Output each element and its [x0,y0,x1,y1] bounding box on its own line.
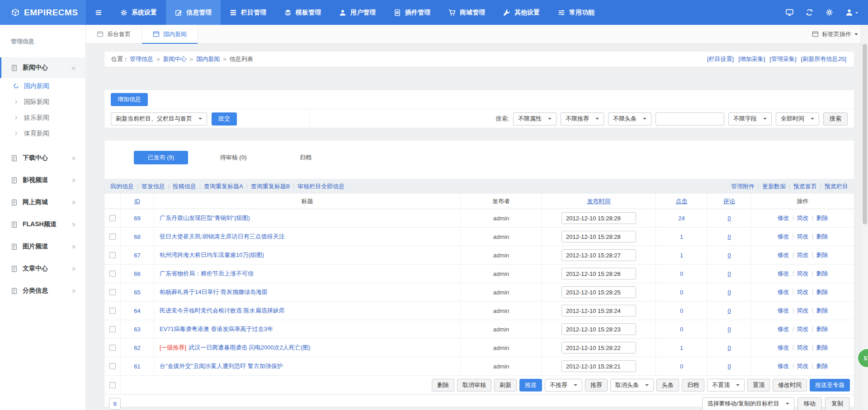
publish-time-input[interactable] [561,212,636,224]
navbar-item[interactable]: 商城管理 [439,0,494,25]
headline-filter-select[interactable]: 不限头条 [608,112,651,126]
monitor-button[interactable] [786,9,793,16]
batch-button[interactable]: 取消审核 [457,379,491,391]
navbar-item[interactable]: 用户管理 [330,0,385,25]
row-action-link[interactable]: 简改 [797,270,809,278]
row-checkbox[interactable] [109,252,116,258]
row-checkbox[interactable] [109,289,116,295]
tab-pending[interactable]: 待审核 (0) [220,151,247,164]
row-id-link[interactable]: 64 [134,308,140,314]
search-input[interactable] [656,112,724,126]
attr-filter-select[interactable]: 不限属性 [513,112,557,126]
row-title-link[interactable]: 广东省物价局：粮价节后上涨不可信 [160,270,254,278]
batch-button[interactable]: 删除 [432,379,454,391]
row-title-link[interactable]: 杭州湾跨海大桥日均车流量逾10万(组图) [160,251,264,259]
navbar-item[interactable]: 栏目管理 [221,0,275,25]
row-comments-link[interactable]: 0 [727,289,731,296]
row-clicks-link[interactable]: 1 [680,252,683,259]
column-action-link[interactable]: [管理采集] [769,55,796,63]
row-comments-link[interactable]: 0 [727,326,731,333]
row-action-link[interactable]: 简改 [797,307,809,315]
row-action-link[interactable]: 修改 [778,325,789,333]
row-id-link[interactable]: 63 [134,326,140,333]
sidebar-item[interactable]: 国内新闻 [0,78,85,94]
row-comments-link[interactable]: 0 [727,345,731,351]
navbar-item[interactable]: 信息管理 [166,0,221,25]
move-button[interactable]: 移动 [797,397,822,410]
row-checkbox[interactable] [109,345,116,351]
batch-select[interactable]: 取消头条 [610,379,654,391]
quick-link[interactable]: 查询重复标题A [204,182,243,191]
batch-button[interactable]: 修改时间 [773,379,807,391]
row-action-link[interactable]: 简改 [797,288,809,296]
sort-time-link[interactable]: 发布时间 [587,197,611,205]
row-id-link[interactable]: 67 [134,252,140,259]
navbar-item[interactable]: 插件管理 [385,0,439,25]
publish-time-input[interactable] [561,231,636,242]
row-comments-link[interactable]: 0 [727,270,731,277]
row-action-link[interactable]: 修改 [778,214,789,222]
sort-comments-link[interactable]: 评论 [723,197,735,205]
navbar-item[interactable]: 其他设置 [494,0,549,25]
row-id-link[interactable]: 62 [134,345,140,351]
service-badge[interactable]: 57 [857,348,868,368]
sort-clicks-link[interactable]: 点击 [676,197,688,205]
row-action-link[interactable]: 修改 [778,288,789,296]
refresh-button[interactable] [806,9,813,16]
row-action-link[interactable]: 删除 [816,344,828,352]
row-comments-link[interactable]: 0 [727,308,731,314]
sidebar-group[interactable]: 分类信息 [0,280,85,301]
navbar-item[interactable]: 模板管理 [275,0,330,25]
row-title-link[interactable]: 广东丹霞山发现巨型"青铜剑"(组图) [160,214,250,222]
batch-select[interactable]: 不置顶 [707,379,745,391]
sidebar-group[interactable]: 新闻中心 [0,57,85,78]
row-action-link[interactable]: 简改 [797,325,809,333]
batch-button[interactable]: 刷新 [494,379,517,391]
row-id-link[interactable]: 68 [134,233,140,240]
move-target-select[interactable]: 选择要移动/复制的目标栏目 [702,397,794,410]
quick-link[interactable]: 预览栏目 [825,182,848,191]
time-filter-select[interactable]: 全部时间 [776,112,819,126]
page-number[interactable]: 9 [109,398,121,410]
breadcrumb-link[interactable]: 管理信息 [130,55,153,63]
column-action-link[interactable]: [刷新所有信息JS] [801,55,846,63]
sidebar-item[interactable]: 娱乐新闻 [0,110,85,126]
menu-toggle-button[interactable] [86,0,111,25]
select-all-checkbox[interactable] [109,382,116,388]
row-comments-link[interactable]: 0 [727,252,731,259]
row-action-link[interactable]: 简改 [797,251,809,259]
field-filter-select[interactable]: 不限字段 [728,112,772,126]
batch-button[interactable]: 归档 [682,379,704,391]
add-info-button[interactable]: 增加信息 [111,93,148,106]
row-checkbox[interactable] [109,215,116,221]
search-button[interactable]: 搜索 [823,112,848,126]
row-id-link[interactable]: 61 [134,363,140,370]
column-action-link[interactable]: [增加采集] [738,55,765,63]
row-action-link[interactable]: 修改 [778,344,789,352]
sidebar-group[interactable]: 下载中心 [0,148,85,168]
row-action-link[interactable]: 简改 [797,214,809,222]
row-title-link[interactable]: 柏杨葬礼将于14日举行 骨灰抛撒绿岛海面 [160,288,268,296]
row-action-link[interactable]: 删除 [816,214,828,222]
tab-archived[interactable]: 归档 [300,151,311,164]
row-clicks-link[interactable]: 0 [680,308,683,314]
publish-time-input[interactable] [561,286,636,298]
row-checkbox[interactable] [109,308,116,314]
row-title-link[interactable]: 台"金援外交"丑闻涉案人遭到恐吓 警方加强保护 [160,362,283,370]
row-title-link[interactable]: 驻日大使崔天凯:胡锦涛主席访日有三点值得关注 [160,233,285,241]
publish-time-input[interactable] [561,360,636,372]
navbar-item[interactable]: 常用功能 [549,0,604,25]
sidebar-item[interactable]: 体育新闻 [0,126,85,141]
row-clicks-link[interactable]: 0 [680,363,683,370]
row-action-link[interactable]: 修改 [778,233,789,241]
row-checkbox[interactable] [109,270,116,277]
row-clicks-link[interactable]: 1 [680,233,683,240]
row-action-link[interactable]: 删除 [816,251,828,259]
row-action-link[interactable]: 修改 [778,251,789,259]
tab-published[interactable]: 已发布 (9) [134,151,188,164]
batch-button[interactable]: 推送至专题 [810,379,850,391]
logo[interactable]: EMPIRECMS [0,0,86,25]
row-checkbox[interactable] [109,233,116,240]
row-id-link[interactable]: 66 [134,270,140,277]
row-action-link[interactable]: 简改 [797,233,809,241]
